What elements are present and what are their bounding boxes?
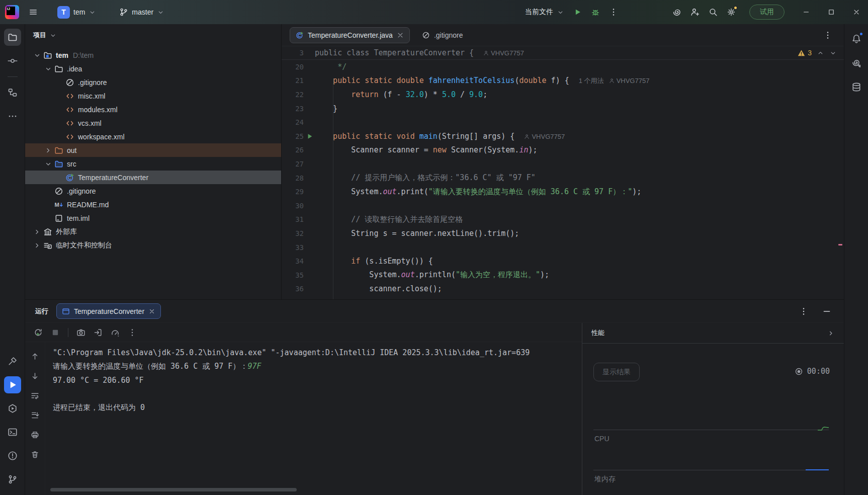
tree-item-label: .idea — [67, 65, 82, 73]
tree-item[interactable]: misc.xml — [25, 89, 281, 103]
tool-button-ai-chat[interactable] — [848, 54, 865, 71]
author-inlay[interactable]: VHVG7757 — [483, 49, 524, 57]
tool-button-database[interactable] — [848, 78, 865, 96]
tool-button-services[interactable] — [4, 400, 21, 417]
close-tab-icon[interactable] — [397, 32, 404, 39]
run-tab[interactable]: TemperatureConverter — [56, 303, 161, 319]
tree-item[interactable]: .gitignore — [25, 184, 281, 198]
close-window-button[interactable] — [845, 0, 868, 24]
minimize-window-button[interactable] — [795, 0, 818, 24]
ide-window: IJ T tem master 当前文件 试用 — [0, 0, 868, 495]
run-panel-options-button[interactable] — [796, 303, 812, 319]
trash-button[interactable] — [29, 448, 41, 460]
printer-button[interactable] — [29, 429, 41, 441]
maximize-window-button[interactable] — [820, 0, 843, 24]
editor-tab[interactable]: .gitignore — [416, 27, 469, 43]
horizontal-scrollbar[interactable] — [50, 488, 297, 491]
code-line: 34 if (s.isEmpty()) { — [282, 254, 844, 268]
close-run-tab-icon[interactable] — [148, 308, 155, 315]
main-menu-button[interactable] — [25, 4, 41, 20]
attach-button[interactable] — [91, 325, 105, 340]
run-panel-header: 运行 TemperatureConverter — [25, 300, 844, 323]
author-inlay[interactable]: VHVG7757 — [524, 133, 565, 140]
tool-button-notifications[interactable] — [848, 30, 865, 47]
tool-button-structure[interactable] — [4, 84, 21, 101]
more-run-options-button[interactable] — [605, 4, 622, 20]
ai-assistant-button[interactable] — [669, 4, 685, 20]
tree-item-label: .gitignore — [67, 187, 96, 195]
author-inlay[interactable]: VHVG7757 — [609, 77, 650, 85]
tool-button-run[interactable] — [4, 376, 21, 393]
softwrap-button[interactable] — [29, 389, 41, 401]
tree-item[interactable]: .gitignore — [25, 75, 281, 89]
tree-item[interactable]: src — [25, 157, 281, 171]
trash-icon — [31, 450, 39, 459]
author-icon — [609, 78, 615, 84]
previous-problem-icon[interactable] — [817, 49, 824, 57]
stop-button[interactable] — [48, 325, 62, 340]
run-configuration-label: 当前文件 — [525, 8, 553, 17]
arrow-down-button[interactable] — [29, 370, 41, 382]
tree-item[interactable]: workspace.xml — [25, 130, 281, 143]
scrollbar-error-stripe-mark[interactable] — [838, 244, 842, 245]
tool-button-terminal[interactable] — [4, 424, 21, 441]
tree-item[interactable]: TemperatureConverter — [25, 171, 281, 184]
settings-button[interactable] — [723, 4, 739, 20]
code-text: */ — [315, 62, 346, 71]
tool-button-project-folder[interactable] — [4, 29, 21, 46]
intellij-logo-icon: IJ — [5, 5, 19, 19]
tool-button-vcs[interactable] — [4, 471, 21, 488]
tree-item[interactable]: 外部库 — [25, 225, 281, 238]
tree-item[interactable]: MREADME.md — [25, 198, 281, 211]
gauge-button[interactable] — [108, 325, 122, 340]
code-area[interactable]: 20 */21 public static double fahrenheitT… — [282, 60, 844, 299]
warnings-badge[interactable]: 3 — [798, 49, 812, 57]
vcs-branch-widget[interactable]: master — [116, 6, 167, 19]
editor-tab-bar: TemperatureConverter.java.gitignore — [282, 24, 844, 46]
tree-item[interactable]: .idea — [25, 62, 281, 75]
tree-item[interactable]: modules.xml — [25, 103, 281, 116]
upper-area: 项目 temD:\tem.idea.gitignoremisc.xmlmodul… — [25, 24, 844, 300]
run-line-icon[interactable] — [305, 129, 315, 143]
search-everywhere-button[interactable] — [705, 4, 721, 20]
camera-button[interactable] — [74, 325, 88, 340]
hide-run-panel-button[interactable] — [819, 303, 835, 319]
project-panel-header[interactable]: 项目 — [25, 24, 281, 46]
tree-item[interactable]: vcs.xml — [25, 116, 281, 130]
tree-item-label: out — [67, 146, 76, 154]
tree-item[interactable]: tem.iml — [25, 211, 281, 225]
tool-button-commit[interactable] — [4, 52, 21, 69]
scroll-end-button[interactable] — [29, 409, 41, 421]
line-number: 23 — [282, 105, 304, 113]
editor-tab[interactable]: TemperatureConverter.java — [290, 27, 410, 43]
tool-button-more[interactable] — [4, 108, 21, 125]
minimize-icon — [822, 307, 831, 316]
performance-panel-header[interactable]: 性能 — [582, 323, 844, 344]
rerun-icon — [34, 328, 43, 337]
tree-item[interactable]: out — [25, 143, 281, 157]
run-button[interactable] — [569, 4, 585, 20]
show-results-button[interactable]: 显示结果 — [593, 363, 640, 381]
console-output[interactable]: "C:\Program Files\Java\jdk-25.0.2\bin\ja… — [45, 342, 582, 495]
usages-inlay[interactable]: 1 个用法 — [579, 76, 604, 86]
kebab-button[interactable] — [125, 325, 139, 340]
project-widget[interactable]: T tem — [54, 4, 99, 21]
run-configuration-selector[interactable]: 当前文件 — [522, 6, 567, 19]
code-with-me-button[interactable] — [687, 4, 703, 20]
tool-button-problems[interactable] — [4, 447, 21, 464]
next-problem-icon[interactable] — [829, 49, 837, 57]
tool-button-build[interactable] — [4, 353, 21, 370]
chevron-down-icon — [33, 51, 41, 59]
markdown-icon: M — [54, 200, 63, 209]
tree-item[interactable]: 临时文件和控制台 — [25, 238, 281, 252]
code-text: // 提示用户输入，格式示例："36.6 C" 或 "97 F" — [315, 173, 536, 183]
debug-button[interactable] — [587, 4, 603, 20]
rerun-button[interactable] — [31, 325, 45, 340]
editor-options-button[interactable] — [820, 27, 836, 43]
sticky-line[interactable]: 3 public class TemperatureConverter { VH… — [282, 46, 844, 60]
gutter-spacer — [305, 199, 315, 212]
tree-item[interactable]: temD:\tem — [25, 48, 281, 62]
arrow-up-button[interactable] — [29, 350, 41, 362]
trial-button[interactable]: 试用 — [749, 5, 785, 20]
camera-icon — [76, 328, 85, 337]
